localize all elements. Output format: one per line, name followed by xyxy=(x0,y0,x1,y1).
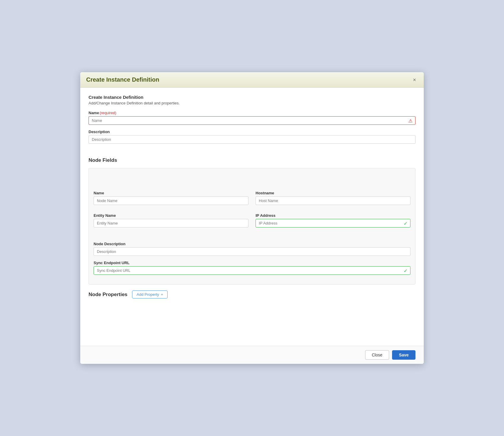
modal-body: Create Instance Definition Add/Change In… xyxy=(80,88,424,346)
hostname-group: Hostname xyxy=(256,191,410,205)
close-button[interactable]: Close xyxy=(365,350,389,360)
add-property-button[interactable]: Add Property + xyxy=(132,290,167,298)
description-input[interactable] xyxy=(89,135,415,144)
node-fields-area: Name Hostname Entity Name IP Address xyxy=(89,168,415,285)
node-name-label: Name xyxy=(94,191,248,195)
modal-header: Create Instance Definition × xyxy=(80,72,424,88)
ip-address-group: IP Address ✓ xyxy=(256,213,410,227)
entity-name-group: Entity Name xyxy=(94,213,248,227)
sync-endpoint-label: Sync Endpoint URL xyxy=(94,261,410,265)
sync-endpoint-input[interactable] xyxy=(94,266,410,275)
ip-address-input[interactable] xyxy=(256,219,410,227)
entity-name-input[interactable] xyxy=(94,219,248,227)
node-description-group: Node Description xyxy=(94,242,410,256)
properties-empty-area xyxy=(89,303,415,339)
node-properties-header: Node Properties Add Property + xyxy=(89,290,415,298)
node-fields-row2: Entity Name IP Address ✓ xyxy=(94,213,410,232)
modal-title: Create Instance Definition xyxy=(86,76,159,83)
hostname-label: Hostname xyxy=(256,191,410,195)
name-error-icon: ⚠ xyxy=(408,118,412,123)
name-input[interactable] xyxy=(89,116,415,125)
save-button[interactable]: Save xyxy=(392,350,415,360)
add-property-icon: + xyxy=(161,292,163,297)
ip-address-success-icon: ✓ xyxy=(404,220,407,226)
description-form-group: Description xyxy=(89,130,415,144)
section-main-title: Create Instance Definition xyxy=(89,95,415,100)
create-instance-dialog: Create Instance Definition × Create Inst… xyxy=(80,72,424,364)
sync-endpoint-success-icon: ✓ xyxy=(404,268,407,273)
node-description-input[interactable] xyxy=(94,247,410,256)
entity-name-label: Entity Name xyxy=(94,213,248,218)
ip-address-input-wrapper: ✓ xyxy=(256,219,410,227)
add-property-label: Add Property xyxy=(137,292,159,297)
node-name-group: Name xyxy=(94,191,248,205)
node-fields-heading: Node Fields xyxy=(89,157,415,163)
ip-address-label: IP Address xyxy=(256,213,410,218)
name-form-group: Name(required) ⚠ xyxy=(89,111,415,125)
modal-footer: Close Save xyxy=(80,346,424,364)
sync-endpoint-group: Sync Endpoint URL ✓ xyxy=(94,261,410,275)
node-properties-heading: Node Properties xyxy=(89,292,127,298)
modal-close-button[interactable]: × xyxy=(411,77,418,83)
description-label: Description xyxy=(89,130,415,134)
name-input-wrapper: ⚠ xyxy=(89,116,415,125)
node-description-label: Node Description xyxy=(94,242,410,246)
name-label: Name(required) xyxy=(89,111,415,115)
section-subtitle: Add/Change Instance Definition detail an… xyxy=(89,101,415,105)
node-fields-row1: Name Hostname xyxy=(94,191,410,210)
sync-endpoint-input-wrapper: ✓ xyxy=(94,266,410,275)
hostname-input[interactable] xyxy=(256,196,410,205)
node-name-input[interactable] xyxy=(94,196,248,205)
